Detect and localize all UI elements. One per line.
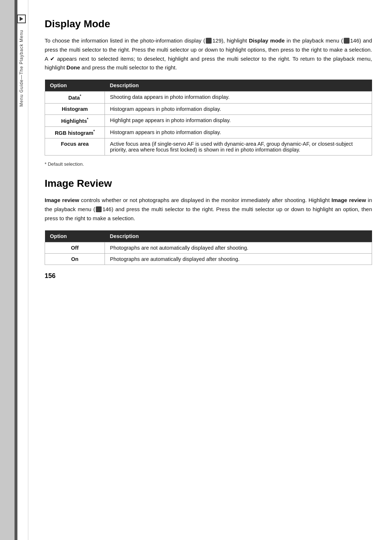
option-on: On: [45, 253, 105, 265]
page-ref-1: 129: [212, 37, 221, 44]
display-mode-footnote: * Default selection.: [45, 161, 372, 167]
sidebar: Menu Guide—The Playback Menu: [15, 0, 28, 540]
bold-image-review: Image review: [45, 197, 79, 203]
desc-highlights: Highlight page appears in photo informat…: [105, 114, 372, 126]
table-row: On Photographs are automatically display…: [45, 253, 372, 265]
body-text-2: ), highlight: [221, 37, 249, 44]
display-mode-table: Option Description Data* Shooting data a…: [45, 80, 372, 156]
menu-icon-2: [344, 38, 350, 44]
table2-header-option: Option: [45, 230, 105, 242]
image-review-table: Option Description Off Photographs are n…: [45, 230, 372, 265]
table-row: Focus area Active focus area (if single-…: [45, 138, 372, 156]
table2-header-description: Description: [105, 230, 372, 242]
option-data: Data*: [45, 92, 105, 104]
body-text-3: in the playback menu (: [285, 37, 343, 44]
table-row: Data* Shooting data appears in photo inf…: [45, 92, 372, 104]
ir-page-ref: 146: [102, 206, 111, 212]
table1-header-option: Option: [45, 80, 105, 92]
option-histogram: Histogram: [45, 103, 105, 114]
desc-data: Shooting data appears in photo informati…: [105, 92, 372, 104]
table-row: Highlights* Highlight page appears in ph…: [45, 114, 372, 126]
play-triangle: [20, 17, 23, 21]
page-container: Menu Guide—The Playback Menu Display Mod…: [15, 0, 392, 540]
image-review-body: Image review controls whether or not pho…: [45, 196, 372, 223]
table-row: Off Photographs are not automatically di…: [45, 242, 372, 253]
main-content: Display Mode To choose the information l…: [28, 0, 392, 540]
desc-focus: Active focus area (if single-servo AF is…: [105, 138, 372, 156]
table-row: Histogram Histogram appears in photo inf…: [45, 103, 372, 114]
desc-rgb: Histogram appears in photo information d…: [105, 126, 372, 138]
option-highlights: Highlights*: [45, 114, 105, 126]
playback-icon: [17, 15, 26, 23]
display-mode-body: To choose the information listed in the …: [45, 36, 372, 72]
bold-image-review-2: Image review: [331, 197, 366, 203]
bold-done: Done: [66, 64, 80, 70]
table1-header-description: Description: [105, 80, 372, 92]
desc-off: Photographs are not automatically displa…: [105, 242, 372, 253]
option-rgb: RGB histogram*: [45, 126, 105, 138]
option-off: Off: [45, 242, 105, 253]
display-mode-title: Display Mode: [45, 18, 372, 30]
body-text-5: and press the multi selector to the righ…: [80, 64, 177, 70]
sidebar-label: Menu Guide—The Playback Menu: [19, 30, 24, 106]
desc-on: Photographs are automatically displayed …: [105, 253, 372, 265]
gray-left-edge: [0, 0, 15, 540]
image-review-title: Image Review: [45, 178, 372, 189]
desc-histogram: Histogram appears in photo information d…: [105, 103, 372, 114]
option-focus: Focus area: [45, 138, 105, 156]
page-ref-2: 146: [350, 37, 359, 44]
table-row: RGB histogram* Histogram appears in phot…: [45, 126, 372, 138]
ir-body-2: controls whether or not photographs are …: [79, 197, 331, 203]
menu-icon-3: [96, 206, 102, 212]
bold-display-mode: Display mode: [249, 37, 285, 44]
menu-icon-1: [206, 38, 212, 44]
page-number: 156: [45, 272, 372, 280]
body-text-1: To choose the information listed in the …: [45, 37, 205, 44]
